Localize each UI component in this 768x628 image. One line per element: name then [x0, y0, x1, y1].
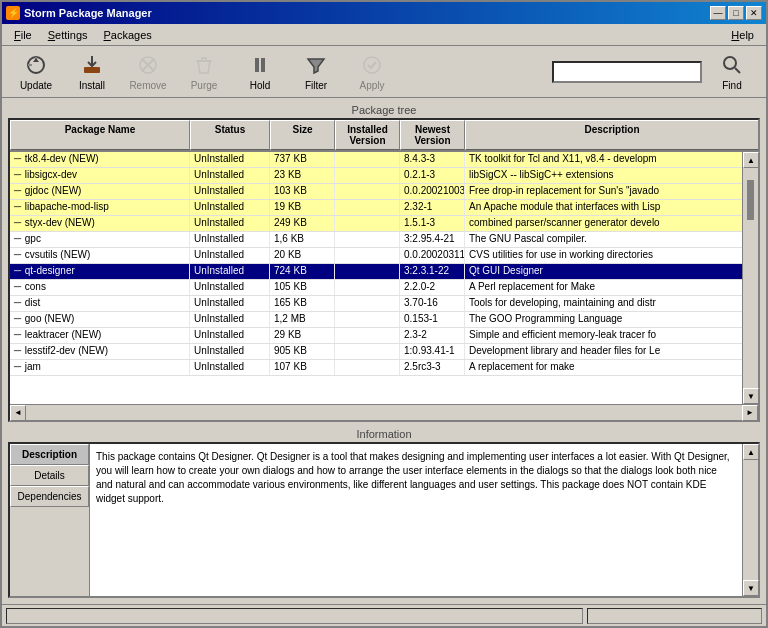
vertical-scrollbar[interactable]: ▲ ▼ [742, 152, 758, 404]
table-row[interactable]: ─ cvsutils (NEW)UnInstalled20 KB0.0.2002… [10, 248, 742, 264]
apply-button[interactable]: Apply [346, 50, 398, 94]
table-cell [335, 296, 400, 311]
package-tree-label: Package tree [8, 104, 760, 116]
table-row[interactable]: ─ distUnInstalled165 KB3.70-16Tools for … [10, 296, 742, 312]
table-cell: The GOO Programming Language [465, 312, 742, 327]
scroll-right-btn[interactable]: ► [742, 405, 758, 421]
table-row[interactable]: ─ tk8.4-dev (NEW)UnInstalled737 KB8.4.3-… [10, 152, 742, 168]
table-cell: The GNU Pascal compiler. [465, 232, 742, 247]
update-button[interactable]: Update [10, 50, 62, 94]
table-row[interactable]: ─ qt-designerUnInstalled724 KB3:2.3.1-22… [10, 264, 742, 280]
table-cell: ─ libapache-mod-lisp [10, 200, 190, 215]
table-cell [335, 232, 400, 247]
table-cell: CVS utilities for use in working directo… [465, 248, 742, 263]
table-row[interactable]: ─ libapache-mod-lispUnInstalled19 KB2.32… [10, 200, 742, 216]
table-cell: UnInstalled [190, 296, 270, 311]
remove-button[interactable]: Remove [122, 50, 174, 94]
tab-details[interactable]: Details [10, 465, 89, 486]
toolbar: Update Install Remove [2, 46, 766, 98]
tree-indent: ─ [14, 201, 22, 212]
table-cell: 3.70-16 [400, 296, 465, 311]
table-cell: ─ leaktracer (NEW) [10, 328, 190, 343]
table-cell: UnInstalled [190, 232, 270, 247]
table-cell [335, 280, 400, 295]
apply-label: Apply [359, 80, 384, 91]
svg-rect-4 [261, 58, 265, 72]
purge-button[interactable]: Purge [178, 50, 230, 94]
table-cell: UnInstalled [190, 280, 270, 295]
main-content: Package tree Package Name Status Size In… [2, 98, 766, 604]
table-cell: UnInstalled [190, 312, 270, 327]
remove-label: Remove [129, 80, 166, 91]
table-cell: A Perl replacement for Make [465, 280, 742, 295]
table-row[interactable]: ─ styx-dev (NEW)UnInstalled249 KB1.5.1-3… [10, 216, 742, 232]
table-row[interactable]: ─ libsigcx-devUnInstalled23 KB0.2.1-3lib… [10, 168, 742, 184]
find-button[interactable]: Find [706, 50, 758, 94]
hold-button[interactable]: Hold [234, 50, 286, 94]
window-controls: — □ ✕ [710, 6, 762, 20]
table-cell: 165 KB [270, 296, 335, 311]
svg-rect-3 [255, 58, 259, 72]
horizontal-scrollbar[interactable]: ◄ ► [10, 404, 758, 420]
update-label: Update [20, 80, 52, 91]
search-input[interactable] [552, 61, 702, 83]
app-icon: ⚡ [6, 6, 20, 20]
scroll-thumb[interactable] [747, 180, 754, 220]
table-cell: UnInstalled [190, 264, 270, 279]
table-row[interactable]: ─ lesstif2-dev (NEW)UnInstalled905 KB1:0… [10, 344, 742, 360]
install-button[interactable]: Install [66, 50, 118, 94]
apply-icon [359, 52, 385, 78]
table-body[interactable]: ─ tk8.4-dev (NEW)UnInstalled737 KB8.4.3-… [10, 152, 742, 404]
table-cell: UnInstalled [190, 248, 270, 263]
table-cell: 105 KB [270, 280, 335, 295]
table-cell: ─ qt-designer [10, 264, 190, 279]
table-header: Package Name Status Size InstalledVersio… [10, 120, 758, 152]
tree-indent: ─ [14, 329, 22, 340]
update-icon [23, 52, 49, 78]
tab-description[interactable]: Description [10, 444, 89, 465]
scroll-down-btn[interactable]: ▼ [743, 388, 759, 404]
maximize-button[interactable]: □ [728, 6, 744, 20]
table-cell [335, 360, 400, 375]
table-cell: 0.2.1-3 [400, 168, 465, 183]
table-row[interactable]: ─ jamUnInstalled107 KB2.5rc3-3A replacem… [10, 360, 742, 376]
status-pane-left [6, 608, 583, 624]
minimize-button[interactable]: — [710, 6, 726, 20]
menu-packages[interactable]: Packages [96, 27, 160, 43]
table-cell: ─ goo (NEW) [10, 312, 190, 327]
menu-file[interactable]: File [6, 27, 40, 43]
svg-rect-1 [84, 67, 100, 73]
menu-bar: File Settings Packages Help [2, 24, 766, 46]
table-cell: A replacement for make [465, 360, 742, 375]
filter-button[interactable]: Filter [290, 50, 342, 94]
table-cell: ─ libsigcx-dev [10, 168, 190, 183]
table-row[interactable]: ─ goo (NEW)UnInstalled1,2 MB0.153-1The G… [10, 312, 742, 328]
tab-dependencies[interactable]: Dependencies [10, 486, 89, 507]
tree-indent: ─ [14, 297, 22, 308]
table-cell: An Apache module that interfaces with Li… [465, 200, 742, 215]
table-cell [335, 200, 400, 215]
table-cell [335, 216, 400, 231]
table-row[interactable]: ─ gjdoc (NEW)UnInstalled103 KB0.0.200210… [10, 184, 742, 200]
table-cell: ─ cons [10, 280, 190, 295]
menu-help[interactable]: Help [723, 27, 762, 43]
info-scrollbar[interactable]: ▲ ▼ [742, 444, 758, 596]
close-button[interactable]: ✕ [746, 6, 762, 20]
table-cell: UnInstalled [190, 344, 270, 359]
table-cell [335, 344, 400, 359]
table-row[interactable]: ─ leaktracer (NEW)UnInstalled29 KB2.3-2S… [10, 328, 742, 344]
scroll-up-btn[interactable]: ▲ [743, 152, 759, 168]
table-cell [335, 152, 400, 167]
info-scroll-up[interactable]: ▲ [743, 444, 759, 460]
scroll-left-btn[interactable]: ◄ [10, 405, 26, 421]
table-cell: 1:0.93.41-1 [400, 344, 465, 359]
table-row[interactable]: ─ consUnInstalled105 KB2.2.0-2A Perl rep… [10, 280, 742, 296]
menu-settings[interactable]: Settings [40, 27, 96, 43]
table-cell [335, 184, 400, 199]
table-cell: 0.0.20021003 [400, 184, 465, 199]
table-cell: 2.32-1 [400, 200, 465, 215]
info-scroll-down[interactable]: ▼ [743, 580, 759, 596]
table-row[interactable]: ─ gpcUnInstalled1,6 KB3:2.95.4-21The GNU… [10, 232, 742, 248]
table-cell [335, 168, 400, 183]
table-cell: libSigCX -- libSigC++ extensions [465, 168, 742, 183]
